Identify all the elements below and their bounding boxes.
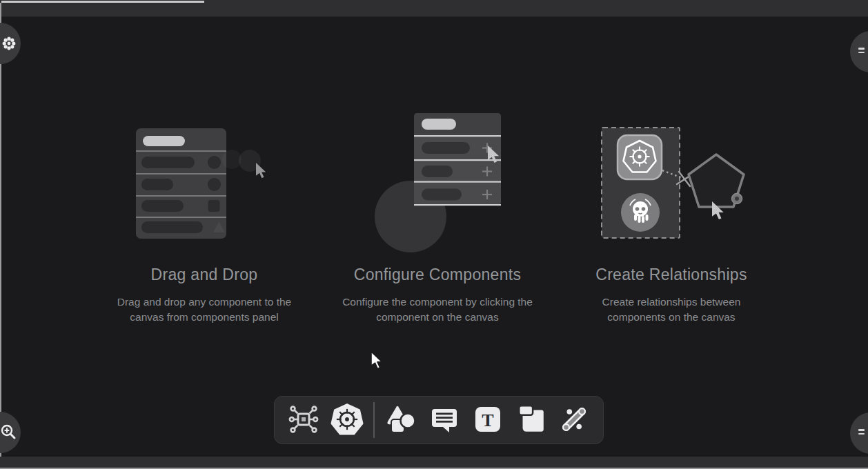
shapes-tool-button[interactable] bbox=[384, 403, 417, 437]
onboarding-card-configure: Configure Components Configure the compo… bbox=[327, 97, 548, 325]
right-panel-toggle-button[interactable] bbox=[850, 31, 868, 72]
configure-illustration bbox=[366, 107, 531, 259]
mouse-cursor bbox=[371, 351, 386, 370]
card-title: Configure Components bbox=[327, 266, 548, 284]
card-description: Drag and drop any component to the canva… bbox=[104, 295, 304, 325]
tab-indicator bbox=[1, 1, 204, 3]
components-chip-icon bbox=[288, 403, 319, 437]
top-bar bbox=[0, 0, 868, 17]
canvas-toolbar: T bbox=[274, 396, 604, 444]
components-tool-button[interactable] bbox=[287, 403, 320, 437]
relationships-illustration bbox=[586, 117, 752, 255]
comment-icon bbox=[428, 403, 460, 437]
right-bottom-toggle-button[interactable] bbox=[850, 412, 868, 454]
text-tool-button[interactable]: T bbox=[471, 403, 504, 437]
zoom-in-button[interactable] bbox=[0, 412, 21, 453]
svg-text:T: T bbox=[482, 410, 493, 430]
notes-tool-button[interactable] bbox=[514, 403, 547, 437]
text-icon: T bbox=[472, 403, 504, 437]
card-description: Create relationships between components … bbox=[589, 295, 754, 325]
onboarding-card-drag-drop: Drag and Drop Drag and drop any componen… bbox=[94, 97, 315, 325]
collapsed-panel-icon bbox=[858, 429, 865, 435]
toolbar-divider bbox=[373, 402, 375, 438]
onboarding-card-relationships: Create Relationships Create relationship… bbox=[561, 97, 782, 325]
drag-cursor-icon bbox=[256, 163, 266, 178]
history-flower-button[interactable] bbox=[0, 23, 21, 64]
card-title: Create Relationships bbox=[561, 266, 782, 284]
drag-drop-illustration bbox=[117, 117, 283, 255]
relationship-link-icon bbox=[559, 404, 589, 437]
relationship-tool-button[interactable] bbox=[558, 403, 591, 437]
shapes-icon bbox=[385, 403, 417, 437]
flower-menu-icon bbox=[2, 37, 16, 52]
collapsed-panel-icon bbox=[858, 48, 865, 53]
kubernetes-tool-button[interactable] bbox=[331, 403, 364, 437]
left-edge-line bbox=[0, 3, 1, 457]
card-description: Configure the component by clicking the … bbox=[331, 295, 544, 325]
card-title: Drag and Drop bbox=[94, 266, 315, 284]
zoom-in-icon bbox=[0, 423, 17, 442]
kubernetes-icon bbox=[331, 403, 364, 438]
notes-icon bbox=[514, 403, 547, 438]
comment-tool-button[interactable] bbox=[428, 403, 461, 437]
